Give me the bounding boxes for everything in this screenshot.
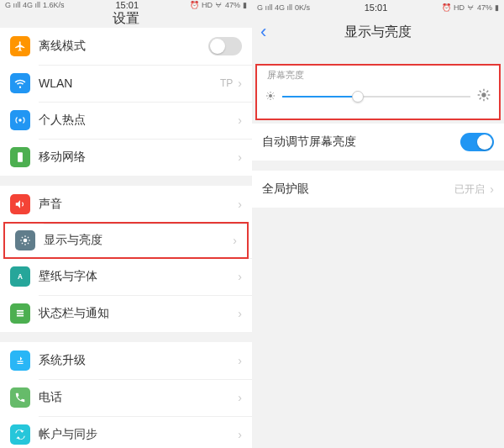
chevron-right-icon: › (238, 307, 242, 320)
settings-row-hotspot[interactable]: 个人热点› (0, 102, 252, 139)
wallpaper-icon: A (10, 266, 30, 287)
settings-row-phone[interactable]: 电话› (0, 379, 252, 416)
row-label: 显示与亮度 (44, 233, 233, 248)
battery-text: 47% (225, 1, 240, 9)
chevron-right-icon: › (233, 234, 237, 247)
svg-line-32 (486, 91, 488, 92)
brightness-low-icon (265, 89, 276, 104)
svg-line-20 (267, 92, 268, 93)
wifi-icon: ⩝ (215, 1, 223, 9)
svg-text:A: A (18, 273, 23, 281)
status-time: 15:01 (365, 3, 388, 13)
svg-rect-12 (17, 310, 24, 312)
row-label: 壁纸与字体 (39, 269, 238, 284)
nav-bar: ‹ 显示与亮度 (252, 15, 504, 49)
brightness-slider[interactable] (264, 85, 492, 108)
chevron-right-icon: › (238, 391, 242, 404)
row-label: 离线模式 (39, 39, 208, 54)
hd-icon: HD (454, 3, 465, 12)
svg-line-21 (273, 98, 274, 99)
svg-rect-1 (18, 152, 23, 162)
settings-row-mobile[interactable]: 移动网络› (0, 139, 252, 176)
chevron-right-icon: › (238, 198, 242, 211)
hotspot-icon (10, 110, 30, 130)
row-label: 移动网络 (39, 150, 238, 165)
phone-icon (10, 387, 30, 408)
chevron-right-icon: › (238, 354, 242, 367)
settings-row-wifi[interactable]: WLANTP› (0, 65, 252, 102)
brightness-icon (15, 230, 35, 250)
mobile-icon (10, 147, 30, 167)
eye-protection-label: 全局护眼 (262, 182, 454, 197)
svg-point-24 (481, 92, 486, 97)
page-title: 显示与亮度 (344, 24, 412, 41)
settings-row-sound[interactable]: 声音› (0, 186, 252, 223)
row-label: 系统升级 (39, 353, 238, 368)
settings-row-update[interactable]: 系统升级› (0, 342, 252, 379)
status-time: 15:01 (115, 0, 139, 10)
auto-brightness-row[interactable]: 自动调节屏幕亮度 (252, 124, 504, 161)
svg-line-31 (480, 98, 481, 99)
svg-line-30 (486, 98, 488, 99)
settings-row-sync[interactable]: 帐户与同步› (0, 416, 252, 448)
brightness-slider-box: 屏幕亮度 (255, 64, 501, 120)
row-label: WLAN (39, 76, 220, 90)
settings-row-plane[interactable]: 离线模式 (0, 28, 252, 65)
chevron-right-icon: › (238, 270, 242, 283)
battery-icon: ▮ (243, 1, 247, 9)
sync-icon (10, 424, 30, 445)
row-label: 声音 (39, 197, 238, 212)
row-value: TP (220, 77, 233, 89)
brightness-section-label: 屏幕亮度 (264, 69, 492, 85)
row-label: 电话 (39, 390, 238, 405)
battery-text: 47% (477, 3, 492, 12)
signal-text: G ııll 4G ıll (5, 1, 40, 9)
net-speed: 1.6K/s (43, 1, 65, 9)
svg-rect-13 (17, 313, 24, 314)
status-bar: G ııll 4G ıll 0K/s 15:01 ⏰ HD ⩝ 47% ▮ (252, 0, 504, 15)
slider-track[interactable] (282, 96, 470, 98)
settings-row-notify[interactable]: 状态栏与通知› (0, 295, 252, 332)
signal-text: G ııll 4G ıll (257, 3, 292, 12)
brightness-high-icon (477, 88, 491, 105)
slider-thumb[interactable] (352, 91, 364, 103)
svg-line-22 (267, 98, 268, 99)
alarm-icon: ⏰ (190, 1, 199, 9)
eye-protection-row[interactable]: 全局护眼 已开启 › (252, 171, 504, 208)
net-speed: 0K/s (295, 3, 310, 12)
row-label: 状态栏与通知 (39, 306, 238, 321)
svg-line-29 (480, 91, 481, 92)
svg-line-10 (28, 237, 29, 238)
svg-rect-14 (17, 315, 24, 317)
chevron-right-icon: › (238, 428, 242, 441)
svg-line-8 (28, 243, 29, 244)
display-brightness-screen: G ııll 4G ıll 0K/s 15:01 ⏰ HD ⩝ 47% ▮ ‹ … (252, 0, 504, 448)
svg-point-15 (269, 94, 272, 98)
plane-icon (10, 36, 30, 56)
svg-line-7 (22, 237, 23, 238)
chevron-right-icon: › (490, 182, 494, 196)
back-button[interactable]: ‹ (260, 21, 266, 43)
chevron-right-icon: › (238, 76, 242, 90)
settings-list: 离线模式WLANTP›个人热点›移动网络›声音›显示与亮度›A壁纸与字体›状态栏… (0, 28, 252, 448)
svg-line-23 (273, 92, 274, 93)
notify-icon (10, 303, 30, 324)
auto-brightness-toggle[interactable] (460, 133, 494, 151)
svg-point-0 (18, 119, 22, 122)
toggle[interactable] (208, 37, 242, 55)
eye-protection-value: 已开启 (454, 182, 485, 197)
sound-icon (10, 194, 30, 214)
settings-row-brightness[interactable]: 显示与亮度› (3, 222, 249, 259)
status-bar: G ııll 4G ıll 1.6K/s 15:01 ⏰ HD ⩝ 47% ▮ (0, 0, 252, 10)
settings-row-wallpaper[interactable]: A壁纸与字体› (0, 258, 252, 295)
update-icon (10, 350, 30, 371)
chevron-right-icon: › (238, 150, 242, 164)
battery-icon: ▮ (495, 3, 499, 12)
row-label: 个人热点 (39, 113, 238, 128)
auto-brightness-label: 自动调节屏幕亮度 (262, 134, 460, 150)
nav-bar: 设置 (0, 10, 252, 28)
row-label: 帐户与同步 (39, 427, 238, 442)
svg-line-9 (22, 243, 23, 244)
wifi-icon (10, 73, 30, 93)
svg-point-2 (24, 239, 28, 243)
